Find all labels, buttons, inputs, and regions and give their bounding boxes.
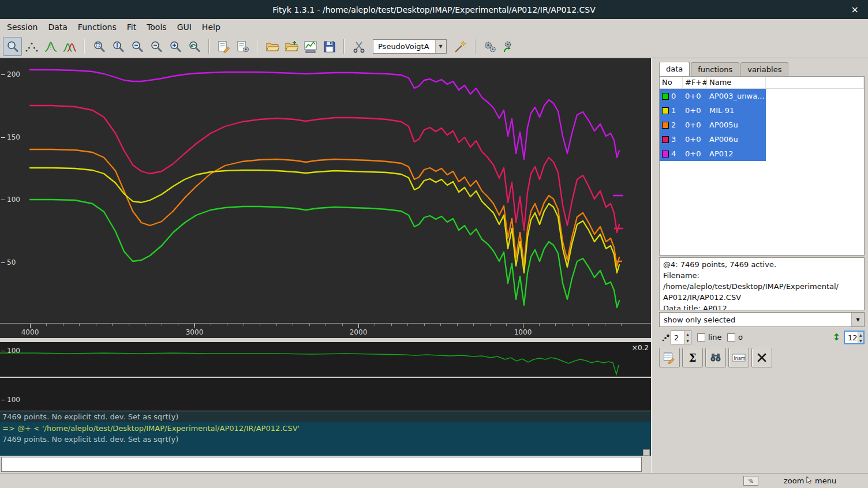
data-range-mode-button[interactable]: [22, 37, 41, 56]
tab-data[interactable]: data: [659, 62, 690, 77]
color-swatch[interactable]: [662, 136, 669, 143]
tab-functions[interactable]: functions: [691, 62, 739, 77]
aux-curve-svg: [0, 342, 651, 377]
data-row-2[interactable]: 20+0AP005u: [660, 118, 864, 132]
inspect-data-button[interactable]: [705, 348, 726, 367]
mag-undo-icon: [188, 40, 201, 54]
menu-fit[interactable]: Fit: [122, 19, 141, 35]
curves-svg: [0, 58, 651, 323]
data-row-0[interactable]: 00+0AP003_unwa...: [660, 89, 864, 103]
edit-data-button[interactable]: [659, 348, 680, 367]
spinner-arrows[interactable]: ▲▼: [684, 331, 691, 344]
run-fit-button[interactable]: [481, 37, 500, 56]
edit-script-button[interactable]: [233, 37, 252, 56]
load-data-append-button[interactable]: [282, 37, 301, 56]
data-row-4[interactable]: 40+0AP012: [660, 147, 864, 161]
zoom-mode-button[interactable]: [3, 37, 22, 56]
tab-variables[interactable]: variables: [740, 62, 788, 77]
data-row-1[interactable]: 10+0MIL-91: [660, 103, 864, 118]
console-scrollbar-thumb[interactable]: [643, 449, 650, 456]
data-points-icon: [25, 40, 39, 54]
zoom-all-button[interactable]: [89, 37, 108, 56]
undo-fit-button[interactable]: [500, 37, 519, 56]
toolbar-separator: [343, 39, 345, 54]
delete-data-button[interactable]: [751, 348, 772, 367]
zoom-vertical-button[interactable]: [108, 37, 128, 56]
zoom-out-button[interactable]: [128, 37, 147, 56]
close-button[interactable]: ×: [847, 0, 863, 19]
spin-down-icon[interactable]: ▼: [684, 337, 691, 344]
zoom-hint-label: zoom: [784, 476, 804, 485]
spinner-arrows[interactable]: ▲▼: [858, 332, 863, 343]
zoom-out-horizontal-button[interactable]: [147, 37, 166, 56]
add-peak-mode-button[interactable]: [41, 37, 60, 56]
menu-session[interactable]: Session: [2, 19, 43, 35]
spin-up-icon[interactable]: ▲: [858, 332, 863, 337]
main-plot[interactable]: 200150100504000300020001000: [0, 58, 651, 338]
console-line: 7469 points. No explicit std. dev. Set a…: [2, 434, 651, 445]
aux-plot-1[interactable]: 100 ×0.2: [0, 342, 651, 377]
line-checkbox[interactable]: line: [697, 333, 721, 341]
gears-icon: [483, 40, 497, 54]
checkbox-box[interactable]: [697, 333, 705, 341]
checkbox-box[interactable]: [727, 333, 735, 341]
console-line: => @+ < '/home/aleplo/test/Desktop/IMAP/…: [2, 423, 651, 434]
plot-sidebar-splitter[interactable]: [651, 58, 656, 473]
point-size-spinner[interactable]: 2 ▲▼: [671, 331, 691, 344]
spin-up-icon[interactable]: ▲: [684, 331, 691, 337]
zoom-in-button[interactable]: [166, 37, 185, 56]
menu-data[interactable]: Data: [43, 19, 72, 35]
shift-value: 12: [845, 332, 858, 343]
row-no-cell: 0: [660, 89, 683, 103]
shift-spinner[interactable]: 12 ▲▼: [844, 331, 865, 344]
load-data-button[interactable]: [263, 37, 282, 56]
spin-down-icon[interactable]: ▼: [858, 337, 863, 343]
filter-dropdown[interactable]: show only selected ▼: [659, 312, 865, 327]
x-axis-minor-ticks: [30, 324, 626, 326]
sidebar-tabs: datafunctionsvariables: [659, 61, 790, 77]
window-title: Fityk 1.3.1 - /home/aleplo/test/Desktop/…: [272, 5, 596, 14]
toolbar-separator: [84, 39, 85, 54]
activate-function-mode-button[interactable]: [60, 37, 79, 56]
rename-data-button[interactable]: Inam: [728, 348, 749, 367]
save-session-button[interactable]: [320, 37, 339, 56]
mag-vert-icon: [111, 40, 125, 54]
auto-add-peak-button[interactable]: [451, 37, 470, 56]
info-line: Filename: /home/aleplo/test/Desktop/IMAP…: [663, 270, 860, 292]
gears-undo-icon: [502, 40, 516, 54]
toolbar-separator: [208, 39, 209, 54]
color-swatch[interactable]: [662, 122, 669, 129]
previous-zoom-button[interactable]: [185, 37, 204, 56]
export-image-button[interactable]: [301, 37, 320, 56]
color-swatch[interactable]: [662, 151, 669, 157]
data-row-3[interactable]: 30+0AP006u: [660, 132, 864, 147]
sigma-icon: Σ: [689, 352, 697, 364]
chevron-down-icon[interactable]: ▼: [435, 40, 446, 53]
chevron-down-icon[interactable]: ▼: [851, 313, 864, 326]
row-no-cell: 2: [660, 118, 683, 132]
aux-plot-2[interactable]: 100: [0, 378, 651, 411]
floppy-icon: [323, 40, 336, 54]
sum-data-button[interactable]: Σ: [682, 348, 703, 367]
peak-type-dropdown[interactable]: PseudoVoigtA▼: [373, 39, 447, 54]
shift-updown-icon[interactable]: ↕: [833, 332, 840, 343]
menu-functions[interactable]: Functions: [73, 19, 122, 35]
row-name-cell: MIL-91: [707, 103, 766, 118]
color-swatch[interactable]: [662, 93, 669, 100]
coords-format-button[interactable]: %: [743, 476, 758, 486]
data-transform-button[interactable]: [349, 37, 368, 56]
sigma-checkbox[interactable]: σ: [727, 333, 743, 341]
peak-type-value: PseudoVoigtA: [373, 42, 435, 51]
menu-help[interactable]: Help: [197, 19, 226, 35]
command-input[interactable]: [1, 457, 642, 472]
curve-AP012: [30, 70, 619, 159]
session-log-button[interactable]: [214, 37, 233, 56]
x-tick-label: 3000: [186, 328, 204, 336]
x-tick-mark: [523, 324, 523, 328]
menu-tools[interactable]: Tools: [141, 19, 172, 35]
curve-AP003_unwa...: [30, 200, 619, 307]
color-swatch[interactable]: [662, 107, 669, 114]
peak-green-icon: [44, 40, 58, 54]
menu-gui[interactable]: GUI: [172, 19, 197, 35]
column-header: Name: [707, 77, 766, 88]
